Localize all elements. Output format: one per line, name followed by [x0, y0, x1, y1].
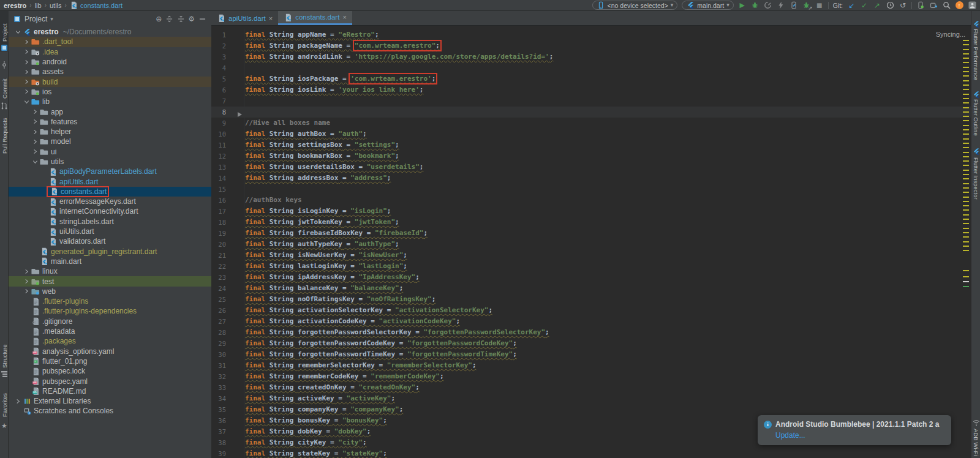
warning-tick[interactable] — [963, 214, 969, 216]
breadcrumb[interactable]: erestro›lib›utils›constants.dart — [4, 1, 123, 10]
warning-tick[interactable] — [963, 125, 969, 126]
code-line[interactable]: 24final String balanceKey = "balanceKey"… — [211, 283, 971, 294]
tree-closed-chevron-icon[interactable] — [22, 39, 31, 45]
tree-closed-chevron-icon[interactable] — [31, 129, 39, 135]
warning-tick[interactable] — [963, 228, 969, 229]
code-line[interactable]: 20final String authTypeKey = "authType"; — [211, 239, 971, 250]
warning-tick[interactable] — [963, 250, 969, 251]
toolwindow-button-commit[interactable]: Commit — [1, 78, 8, 99]
breadcrumb-item[interactable]: lib — [35, 2, 42, 9]
code-line[interactable]: 9//Hive all boxes name — [211, 118, 971, 129]
tree-item[interactable]: constants.dart — [9, 187, 211, 197]
tree-closed-chevron-icon[interactable] — [22, 269, 31, 274]
code-line[interactable]: 33final String createdOnKey = "createdOn… — [211, 382, 971, 393]
error-stripe[interactable] — [962, 11, 970, 458]
warning-tick[interactable] — [963, 147, 969, 148]
code-line[interactable]: 25final String noOfRatingsKey = "noOfRat… — [211, 294, 971, 305]
warning-tick[interactable] — [963, 232, 969, 233]
code-line[interactable]: 28final String forgottenPasswordSelector… — [211, 327, 971, 338]
warning-tick[interactable] — [963, 156, 969, 157]
tree-closed-chevron-icon[interactable] — [22, 279, 31, 284]
project-tool-icon[interactable] — [0, 43, 9, 54]
wifi-icon[interactable] — [972, 418, 980, 429]
code-line[interactable]: 5final String iosPackage = 'com.wrteam.e… — [211, 73, 971, 84]
tree-item[interactable]: YMLanalysis_options.yaml — [9, 347, 211, 356]
gear-icon[interactable]: ⚙ — [188, 15, 195, 23]
code-line[interactable]: 21final String isNewUserKey = "isNewUser… — [211, 250, 971, 261]
code-viewport[interactable]: 1final String appName = "eRestro";2final… — [211, 26, 971, 458]
history-button[interactable] — [886, 1, 894, 10]
code-line[interactable]: 39final String stateKey = "stateKey"; — [211, 448, 971, 458]
code-line[interactable]: 18final String jwtTokenKey = "jwtToken"; — [211, 217, 971, 228]
warning-tick[interactable] — [963, 138, 969, 140]
update-project-button[interactable]: ↙ — [847, 1, 856, 10]
breadcrumb-file[interactable]: constants.dart — [70, 1, 123, 10]
sdk-manager-button[interactable] — [929, 1, 938, 10]
warning-tick[interactable] — [963, 111, 969, 113]
code-line[interactable]: 35final String companyKey = "companyKey"… — [211, 404, 971, 415]
close-icon[interactable]: × — [342, 13, 346, 21]
code-line[interactable]: 16//authBox keys — [211, 195, 971, 206]
tree-item[interactable]: External Libraries — [9, 396, 211, 406]
tree-item[interactable]: app — [9, 107, 211, 116]
rollback-button[interactable]: ↺ — [899, 1, 907, 10]
tree-item[interactable]: web — [9, 287, 211, 296]
close-icon[interactable]: × — [269, 15, 273, 22]
attach-debugger-button[interactable] — [790, 1, 798, 10]
code-line[interactable]: 11final String settingsBox = "settings"; — [211, 140, 971, 151]
warning-tick[interactable] — [963, 170, 969, 171]
tree-item[interactable]: MDREADME.md — [9, 386, 211, 396]
warning-tick[interactable] — [963, 62, 969, 63]
tree-item[interactable]: generated_plugin_registrant.dart — [9, 247, 211, 257]
tree-closed-chevron-icon[interactable] — [31, 119, 39, 124]
tree-item[interactable]: erestro~/Documents/erestro — [9, 27, 211, 37]
code-line[interactable]: 8 — [211, 107, 971, 118]
tree-closed-chevron-icon[interactable] — [22, 49, 31, 54]
warning-tick[interactable] — [963, 71, 969, 72]
warning-tick[interactable] — [963, 192, 969, 193]
tree-item[interactable]: assets — [9, 67, 211, 77]
tree-item[interactable]: YMLpubspec.yaml — [9, 376, 211, 386]
warning-tick[interactable] — [963, 281, 969, 282]
code-line[interactable]: 32final String rememberCodeKey = "rememb… — [211, 371, 971, 382]
apply-changes-button[interactable] — [777, 1, 785, 10]
tree-closed-chevron-icon[interactable] — [22, 59, 31, 65]
warning-tick[interactable] — [963, 98, 969, 99]
warning-tick[interactable] — [963, 80, 969, 81]
hide-panel-icon[interactable] — [198, 15, 206, 23]
warning-tick[interactable] — [963, 219, 969, 220]
tree-item[interactable]: test — [9, 276, 211, 286]
tree-item[interactable]: stringLabels.dart — [9, 217, 211, 227]
warning-tick[interactable] — [963, 53, 969, 54]
pull-request-tool-icon[interactable] — [0, 101, 9, 112]
tree-closed-chevron-icon[interactable] — [22, 69, 31, 75]
code-line[interactable]: 2final String packageName = "com.wrteam.… — [211, 40, 971, 51]
tree-item[interactable]: helper — [9, 127, 211, 137]
tree-item[interactable]: ui — [9, 147, 211, 157]
tree-item[interactable]: validators.dart — [9, 236, 211, 246]
warning-tick[interactable] — [963, 44, 969, 45]
tree-item[interactable]: linux — [9, 266, 211, 276]
tree-closed-chevron-icon[interactable] — [22, 79, 31, 84]
toolwindow-button-favorites[interactable]: Favorites — [1, 393, 8, 417]
tree-item[interactable]: .flutter-plugins — [9, 296, 211, 306]
code-line[interactable]: 15 — [211, 184, 971, 195]
tree-closed-chevron-icon[interactable] — [13, 399, 22, 404]
debug-button[interactable] — [751, 1, 760, 10]
commit-tool-icon[interactable] — [0, 60, 9, 71]
tree-closed-chevron-icon[interactable] — [22, 89, 31, 94]
update-link[interactable]: Update... — [775, 431, 945, 440]
toolwindow-button-flutter-performance[interactable]: Flutter Performance — [973, 29, 979, 80]
toolwindow-button-adb-wi-fi[interactable]: ADB Wi-Fi — [973, 429, 979, 456]
tree-item[interactable]: uiUtils.dart — [9, 227, 211, 236]
profile-button[interactable] — [764, 1, 772, 10]
code-line[interactable]: 31final String rememberSelectorKey = "re… — [211, 360, 971, 371]
ide-update-button[interactable]: ↑ — [955, 1, 963, 10]
tab-constants[interactable]: constants.dart × — [278, 11, 352, 25]
tree-item[interactable]: features — [9, 117, 211, 127]
collapse-all-icon[interactable] — [176, 15, 185, 23]
warning-tick[interactable] — [963, 270, 969, 271]
run-config-selector[interactable]: main.dart ▾ — [682, 1, 733, 10]
code-line[interactable]: 17final String isLoginKey = "isLogin"; — [211, 206, 971, 217]
flutter-attach-button[interactable]: ↗ — [802, 1, 811, 10]
